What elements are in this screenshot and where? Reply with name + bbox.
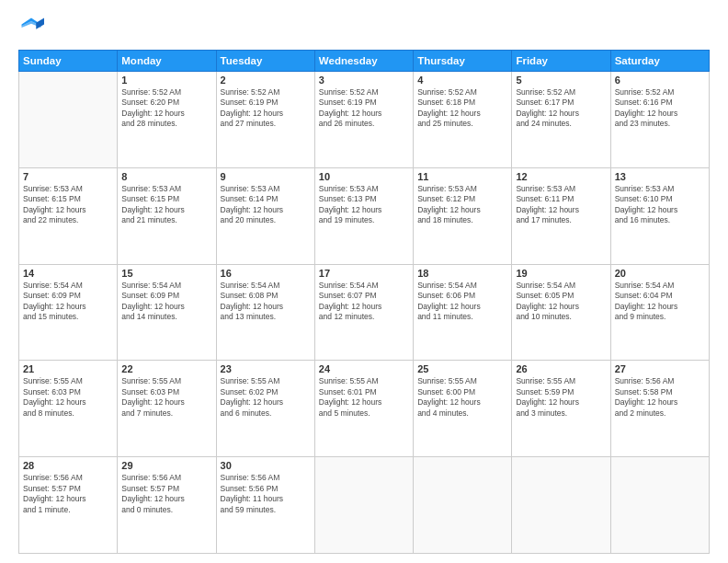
day-info: Sunrise: 5:55 AM Sunset: 6:01 PM Dayligh… xyxy=(319,376,409,419)
calendar-cell: 12Sunrise: 5:53 AM Sunset: 6:11 PM Dayli… xyxy=(512,167,610,264)
calendar-cell: 10Sunrise: 5:53 AM Sunset: 6:13 PM Dayli… xyxy=(314,167,413,264)
calendar-week-row: 28Sunrise: 5:56 AM Sunset: 5:57 PM Dayli… xyxy=(19,457,710,554)
page-header xyxy=(18,15,710,40)
day-number: 23 xyxy=(221,363,311,374)
calendar-cell: 18Sunrise: 5:54 AM Sunset: 6:06 PM Dayli… xyxy=(414,264,512,361)
day-number: 25 xyxy=(417,363,507,374)
day-number: 20 xyxy=(615,268,705,279)
day-info: Sunrise: 5:55 AM Sunset: 6:00 PM Dayligh… xyxy=(417,376,507,419)
day-info: Sunrise: 5:52 AM Sunset: 6:16 PM Dayligh… xyxy=(615,87,705,130)
day-info: Sunrise: 5:52 AM Sunset: 6:18 PM Dayligh… xyxy=(417,87,507,130)
calendar-cell: 27Sunrise: 5:56 AM Sunset: 5:58 PM Dayli… xyxy=(610,361,709,457)
calendar-cell: 2Sunrise: 5:52 AM Sunset: 6:19 PM Daylig… xyxy=(216,72,314,168)
calendar-cell: 11Sunrise: 5:53 AM Sunset: 6:12 PM Dayli… xyxy=(414,167,512,264)
calendar-cell: 9Sunrise: 5:53 AM Sunset: 6:14 PM Daylig… xyxy=(216,167,314,264)
day-number: 8 xyxy=(121,171,211,182)
day-info: Sunrise: 5:54 AM Sunset: 6:05 PM Dayligh… xyxy=(516,281,606,323)
calendar-cell: 16Sunrise: 5:54 AM Sunset: 6:08 PM Dayli… xyxy=(216,264,314,361)
day-number: 17 xyxy=(319,268,409,279)
calendar-cell: 29Sunrise: 5:56 AM Sunset: 5:57 PM Dayli… xyxy=(118,457,216,554)
day-info: Sunrise: 5:52 AM Sunset: 6:19 PM Dayligh… xyxy=(319,87,409,130)
day-info: Sunrise: 5:55 AM Sunset: 6:03 PM Dayligh… xyxy=(121,376,211,419)
day-number: 18 xyxy=(417,268,507,279)
day-number: 21 xyxy=(23,363,113,374)
calendar-cell: 20Sunrise: 5:54 AM Sunset: 6:04 PM Dayli… xyxy=(610,264,709,361)
day-info: Sunrise: 5:52 AM Sunset: 6:20 PM Dayligh… xyxy=(121,87,211,130)
day-info: Sunrise: 5:54 AM Sunset: 6:09 PM Dayligh… xyxy=(121,281,211,323)
calendar-cell: 7Sunrise: 5:53 AM Sunset: 6:15 PM Daylig… xyxy=(19,167,118,264)
calendar-cell: 5Sunrise: 5:52 AM Sunset: 6:17 PM Daylig… xyxy=(512,72,610,168)
calendar-cell xyxy=(610,457,709,554)
weekday-header: Wednesday xyxy=(314,51,413,72)
day-info: Sunrise: 5:54 AM Sunset: 6:09 PM Dayligh… xyxy=(23,281,113,323)
calendar-cell xyxy=(314,457,413,554)
day-info: Sunrise: 5:54 AM Sunset: 6:07 PM Dayligh… xyxy=(319,281,409,323)
day-info: Sunrise: 5:55 AM Sunset: 5:59 PM Dayligh… xyxy=(516,376,606,419)
day-number: 30 xyxy=(221,460,311,471)
day-number: 19 xyxy=(516,268,606,279)
day-number: 3 xyxy=(319,75,409,86)
day-number: 14 xyxy=(23,268,113,279)
calendar-cell: 15Sunrise: 5:54 AM Sunset: 6:09 PM Dayli… xyxy=(118,264,216,361)
weekday-header: Thursday xyxy=(414,51,512,72)
calendar-cell: 1Sunrise: 5:52 AM Sunset: 6:20 PM Daylig… xyxy=(118,72,216,168)
day-number: 29 xyxy=(121,460,211,471)
day-info: Sunrise: 5:56 AM Sunset: 5:58 PM Dayligh… xyxy=(615,376,705,419)
day-number: 5 xyxy=(516,75,606,86)
calendar-cell: 17Sunrise: 5:54 AM Sunset: 6:07 PM Dayli… xyxy=(314,264,413,361)
day-info: Sunrise: 5:52 AM Sunset: 6:17 PM Dayligh… xyxy=(516,87,606,130)
calendar-table: SundayMondayTuesdayWednesdayThursdayFrid… xyxy=(18,50,710,554)
day-number: 10 xyxy=(319,171,409,182)
day-number: 9 xyxy=(221,171,311,182)
calendar-cell: 26Sunrise: 5:55 AM Sunset: 5:59 PM Dayli… xyxy=(512,361,610,457)
day-number: 22 xyxy=(121,363,211,374)
calendar-cell: 13Sunrise: 5:53 AM Sunset: 6:10 PM Dayli… xyxy=(610,167,709,264)
day-number: 12 xyxy=(516,171,606,182)
calendar-cell: 6Sunrise: 5:52 AM Sunset: 6:16 PM Daylig… xyxy=(610,72,709,168)
calendar-cell xyxy=(512,457,610,554)
day-info: Sunrise: 5:55 AM Sunset: 6:03 PM Dayligh… xyxy=(23,376,113,419)
calendar-cell: 14Sunrise: 5:54 AM Sunset: 6:09 PM Dayli… xyxy=(19,264,118,361)
day-info: Sunrise: 5:53 AM Sunset: 6:14 PM Dayligh… xyxy=(221,184,311,226)
calendar-cell xyxy=(414,457,512,554)
weekday-header: Monday xyxy=(118,51,216,72)
calendar-week-row: 21Sunrise: 5:55 AM Sunset: 6:03 PM Dayli… xyxy=(19,361,710,457)
day-info: Sunrise: 5:56 AM Sunset: 5:57 PM Dayligh… xyxy=(23,473,113,515)
weekday-header-row: SundayMondayTuesdayWednesdayThursdayFrid… xyxy=(19,51,710,72)
day-info: Sunrise: 5:55 AM Sunset: 6:02 PM Dayligh… xyxy=(221,376,311,419)
calendar-cell: 21Sunrise: 5:55 AM Sunset: 6:03 PM Dayli… xyxy=(19,361,118,457)
day-number: 4 xyxy=(417,75,507,86)
calendar-cell: 28Sunrise: 5:56 AM Sunset: 5:57 PM Dayli… xyxy=(19,457,118,554)
calendar-cell: 23Sunrise: 5:55 AM Sunset: 6:02 PM Dayli… xyxy=(216,361,314,457)
day-number: 15 xyxy=(121,268,211,279)
calendar-cell: 24Sunrise: 5:55 AM Sunset: 6:01 PM Dayli… xyxy=(314,361,413,457)
day-number: 1 xyxy=(121,75,211,86)
day-info: Sunrise: 5:54 AM Sunset: 6:06 PM Dayligh… xyxy=(417,281,507,323)
calendar-week-row: 1Sunrise: 5:52 AM Sunset: 6:20 PM Daylig… xyxy=(19,72,710,168)
calendar-cell: 4Sunrise: 5:52 AM Sunset: 6:18 PM Daylig… xyxy=(414,72,512,168)
day-info: Sunrise: 5:53 AM Sunset: 6:11 PM Dayligh… xyxy=(516,184,606,226)
day-info: Sunrise: 5:52 AM Sunset: 6:19 PM Dayligh… xyxy=(221,87,311,130)
day-number: 28 xyxy=(23,460,113,471)
day-number: 2 xyxy=(221,75,311,86)
day-number: 27 xyxy=(615,363,705,374)
day-info: Sunrise: 5:53 AM Sunset: 6:12 PM Dayligh… xyxy=(417,184,507,226)
day-info: Sunrise: 5:53 AM Sunset: 6:13 PM Dayligh… xyxy=(319,184,409,226)
weekday-header: Sunday xyxy=(19,51,118,72)
day-info: Sunrise: 5:56 AM Sunset: 5:57 PM Dayligh… xyxy=(121,473,211,515)
day-number: 13 xyxy=(615,171,705,182)
day-number: 11 xyxy=(417,171,507,182)
day-info: Sunrise: 5:54 AM Sunset: 6:04 PM Dayligh… xyxy=(615,281,705,323)
logo-icon xyxy=(18,15,44,40)
calendar-cell: 25Sunrise: 5:55 AM Sunset: 6:00 PM Dayli… xyxy=(414,361,512,457)
day-info: Sunrise: 5:53 AM Sunset: 6:15 PM Dayligh… xyxy=(23,184,113,226)
day-info: Sunrise: 5:53 AM Sunset: 6:15 PM Dayligh… xyxy=(121,184,211,226)
calendar-cell: 8Sunrise: 5:53 AM Sunset: 6:15 PM Daylig… xyxy=(118,167,216,264)
calendar-cell: 3Sunrise: 5:52 AM Sunset: 6:19 PM Daylig… xyxy=(314,72,413,168)
svg-marker-2 xyxy=(36,18,44,29)
calendar-cell: 19Sunrise: 5:54 AM Sunset: 6:05 PM Dayli… xyxy=(512,264,610,361)
calendar-week-row: 7Sunrise: 5:53 AM Sunset: 6:15 PM Daylig… xyxy=(19,167,710,264)
calendar-cell: 30Sunrise: 5:56 AM Sunset: 5:56 PM Dayli… xyxy=(216,457,314,554)
weekday-header: Saturday xyxy=(610,51,709,72)
weekday-header: Friday xyxy=(512,51,610,72)
